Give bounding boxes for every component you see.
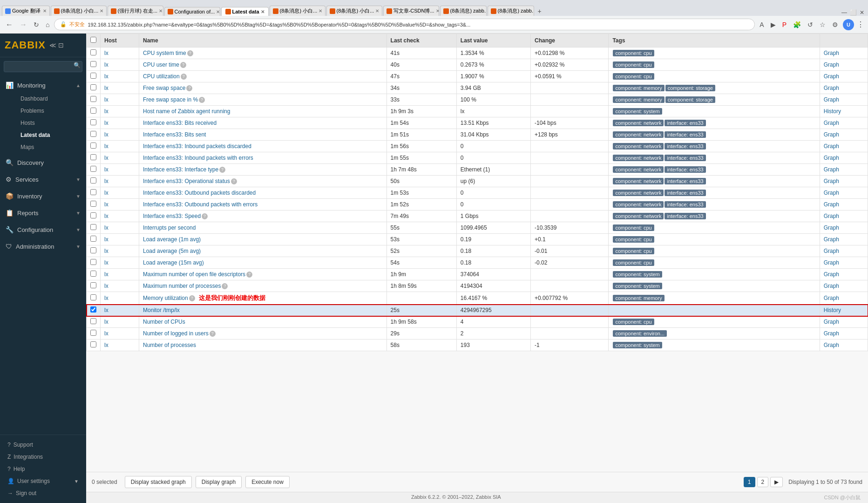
row-name[interactable]: Interface ens33: Interface type? <box>139 164 387 176</box>
tab-close-icon[interactable]: ✕ <box>319 8 322 14</box>
item-link[interactable]: Memory utilization <box>143 295 188 301</box>
row-name[interactable]: CPU user time? <box>139 59 387 71</box>
row-checkbox-cell[interactable] <box>87 340 101 351</box>
row-host[interactable]: lx <box>101 141 139 152</box>
sidebar-item-hosts[interactable]: Hosts <box>15 117 86 129</box>
row-action[interactable]: Graph <box>820 257 868 269</box>
row-checkbox[interactable] <box>90 282 96 288</box>
row-action[interactable]: Graph <box>820 269 868 280</box>
more-button[interactable]: ⋮ <box>857 20 864 29</box>
help-icon[interactable]: ? <box>222 283 228 289</box>
sidebar-footer-user-settings[interactable]: 👤 User settings ▼ <box>4 475 82 487</box>
close-button[interactable]: ✕ <box>860 9 864 16</box>
extension-button[interactable]: 🧩 <box>791 19 803 30</box>
row-checkbox[interactable] <box>90 119 96 125</box>
row-checkbox-cell[interactable] <box>87 48 101 59</box>
row-checkbox-cell[interactable] <box>87 164 101 176</box>
sidebar-item-latest-data[interactable]: Latest data <box>15 129 86 141</box>
help-icon[interactable]: ? <box>210 331 216 337</box>
graph-link[interactable]: Graph <box>824 166 839 173</box>
row-checkbox[interactable] <box>90 236 96 242</box>
row-host[interactable]: lx <box>101 305 139 316</box>
help-icon[interactable]: ? <box>186 85 192 91</box>
translate-button[interactable]: A <box>758 19 766 30</box>
row-name[interactable]: Interface ens33: Operational status? <box>139 176 387 187</box>
row-checkbox-cell[interactable] <box>87 199 101 211</box>
nav-item-discovery[interactable]: 🔍 Discovery <box>0 155 86 170</box>
row-action[interactable]: Graph <box>820 234 868 245</box>
row-host[interactable]: lx <box>101 164 139 176</box>
row-action[interactable]: Graph <box>820 280 868 292</box>
host-link[interactable]: lx <box>104 319 108 325</box>
item-link[interactable]: Monitor /tmp/lx <box>143 307 180 313</box>
row-action[interactable]: Graph <box>820 211 868 222</box>
item-link[interactable]: Interface ens33: Bits sent <box>143 131 206 138</box>
row-name[interactable]: CPU system time? <box>139 48 387 59</box>
host-link[interactable]: lx <box>104 178 108 184</box>
row-name[interactable]: Host name of Zabbix agent running <box>139 106 387 117</box>
row-checkbox-cell[interactable] <box>87 280 101 292</box>
sidebar-item-dashboard[interactable]: Dashboard <box>15 93 86 105</box>
help-icon[interactable]: ? <box>202 213 208 219</box>
row-checkbox[interactable] <box>90 189 96 195</box>
item-link[interactable]: Interface ens33: Bits received <box>143 120 217 126</box>
row-name[interactable]: Memory utilization?这是我们刚刚创建的数据 <box>139 292 387 305</box>
item-link[interactable]: CPU user time <box>143 61 179 68</box>
row-checkbox[interactable] <box>90 166 96 172</box>
graph-link[interactable]: Graph <box>824 201 839 208</box>
row-checkbox-cell[interactable] <box>87 59 101 71</box>
row-host[interactable]: lx <box>101 316 139 328</box>
help-icon[interactable]: ? <box>219 167 225 173</box>
row-action[interactable]: Graph <box>820 292 868 305</box>
row-checkbox[interactable] <box>90 84 96 90</box>
address-bar[interactable]: 🔓 不安全 192.168.132.135/zabbix.php?name=&e… <box>54 19 755 30</box>
host-link[interactable]: lx <box>104 236 108 243</box>
row-action[interactable]: Graph <box>820 199 868 211</box>
row-action[interactable]: Graph <box>820 141 868 152</box>
item-link[interactable]: Interrupts per second <box>143 224 196 231</box>
item-link[interactable]: Interface ens33: Inbound packets discard… <box>143 143 251 150</box>
row-name[interactable]: Interface ens33: Bits received <box>139 117 387 129</box>
host-link[interactable]: lx <box>104 131 108 138</box>
row-name[interactable]: Free swap space in %? <box>139 94 387 106</box>
row-action[interactable]: Graph <box>820 245 868 257</box>
graph-link[interactable]: Graph <box>824 259 839 266</box>
pinterest-button[interactable]: P <box>780 19 788 30</box>
row-checkbox-cell[interactable] <box>87 152 101 164</box>
row-action[interactable]: Graph <box>820 48 868 59</box>
tab-close-icon[interactable]: ✕ <box>436 8 439 14</box>
row-checkbox-cell[interactable] <box>87 305 101 316</box>
help-icon[interactable]: ? <box>231 178 237 184</box>
row-checkbox[interactable] <box>90 212 96 218</box>
row-host[interactable]: lx <box>101 129 139 141</box>
sidebar-footer-support[interactable]: ? Support <box>4 439 82 451</box>
graph-link[interactable]: Graph <box>824 236 839 243</box>
item-link[interactable]: Load average (15m avg) <box>143 259 204 266</box>
graph-link[interactable]: Graph <box>824 248 839 254</box>
row-host[interactable]: lx <box>101 48 139 59</box>
row-action[interactable]: History <box>820 106 868 117</box>
host-link[interactable]: lx <box>104 307 108 313</box>
row-checkbox-cell[interactable] <box>87 269 101 280</box>
row-action[interactable]: Graph <box>820 164 868 176</box>
new-tab-button[interactable]: + <box>535 7 544 16</box>
row-checkbox-cell[interactable] <box>87 316 101 328</box>
row-checkbox[interactable] <box>90 73 96 79</box>
host-link[interactable]: lx <box>104 61 108 68</box>
browser-tab[interactable]: 写文章-CSDN博... ✕ <box>383 6 439 16</box>
nav-item-reports[interactable]: 📋 Reports ▼ <box>0 205 86 220</box>
graph-link[interactable]: Graph <box>824 73 839 80</box>
bookmark-button[interactable]: ☆ <box>818 19 827 30</box>
row-checkbox[interactable] <box>90 294 96 300</box>
graph-link[interactable]: Graph <box>824 61 839 68</box>
row-host[interactable]: lx <box>101 82 139 94</box>
restore-button[interactable]: ⬜ <box>850 9 857 16</box>
host-link[interactable]: lx <box>104 213 108 219</box>
row-action[interactable]: Graph <box>820 340 868 351</box>
graph-link[interactable]: Graph <box>824 50 839 56</box>
host-link[interactable]: lx <box>104 283 108 289</box>
settings-button[interactable]: ⚙ <box>830 19 840 30</box>
row-host[interactable]: lx <box>101 234 139 245</box>
row-host[interactable]: lx <box>101 328 139 340</box>
row-host[interactable]: lx <box>101 280 139 292</box>
